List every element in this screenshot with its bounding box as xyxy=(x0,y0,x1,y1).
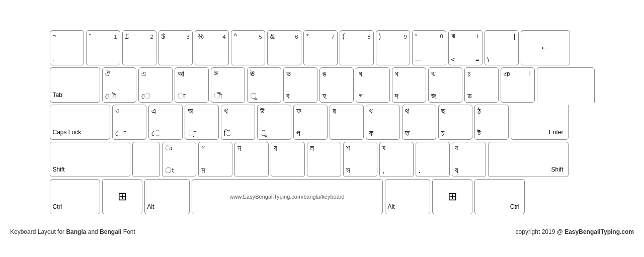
key-shift-right[interactable]: Shift xyxy=(488,142,569,177)
key-b[interactable]: ব xyxy=(271,142,305,177)
key-comma[interactable]: য , xyxy=(379,142,414,177)
key-semicolon[interactable]: ছ চ xyxy=(438,105,472,140)
key-slash[interactable]: য য xyxy=(452,142,486,177)
key-j[interactable]: র xyxy=(330,105,364,140)
win-right-icon: ⊞ xyxy=(448,190,457,203)
key-ctrl-right[interactable]: Ctrl xyxy=(474,179,525,214)
key-t[interactable]: ঊ ু xyxy=(247,67,281,103)
keyboard: ¬ · "1 £2 $3 %4 ^5 &6 *7 (8 )9 °0 xyxy=(40,20,605,224)
key-g[interactable]: উ ু xyxy=(257,105,291,140)
key-d[interactable]: অ া় xyxy=(185,105,219,140)
key-m[interactable]: শ স xyxy=(343,142,377,177)
key-k[interactable]: খ ক xyxy=(366,105,400,140)
alt-left-label: Alt xyxy=(147,203,187,212)
key-win-left[interactable]: ⊞ xyxy=(102,179,142,214)
key-v[interactable]: ন xyxy=(234,142,269,177)
key-ctrl-left[interactable]: Ctrl xyxy=(50,179,100,214)
key-shift-left[interactable]: Shift xyxy=(50,142,130,177)
key-tab[interactable]: Tab xyxy=(50,67,100,103)
key-4[interactable]: %4 xyxy=(195,30,229,65)
key-r[interactable]: ঈ ী xyxy=(211,67,245,103)
capslock-label: Caps Lock xyxy=(53,129,107,138)
key-s[interactable]: এ ে xyxy=(148,105,183,140)
key-backtick[interactable]: ¬ · xyxy=(50,30,84,65)
row-bottom: Ctrl ⊞ Alt www.EasyBengaliTyping.com/ban… xyxy=(50,179,595,214)
ctrl-left-label: Ctrl xyxy=(53,203,97,212)
key-space[interactable]: www.EasyBengaliTyping.com/bangla/keyboar… xyxy=(192,179,383,214)
key-equals[interactable]: | \ xyxy=(485,30,519,65)
key-u[interactable]: ঙ হ xyxy=(319,67,354,103)
backspace-icon: ← xyxy=(540,41,551,54)
footer-right: copyright 2019 @ EasyBengaliTyping.com xyxy=(516,228,634,235)
key-c[interactable]: ণ ম xyxy=(198,142,232,177)
key-x[interactable]: ঃ ং xyxy=(162,142,196,177)
key-6[interactable]: &6 xyxy=(267,30,301,65)
shift-left-label: Shift xyxy=(53,166,127,175)
key-f[interactable]: খ ি xyxy=(221,105,255,140)
key-1[interactable]: "1 xyxy=(86,30,120,65)
alt-right-label: Alt xyxy=(388,203,427,212)
key-3[interactable]: $3 xyxy=(158,30,193,65)
shift-right-label: Shift xyxy=(549,164,565,175)
key-0[interactable]: °0 — xyxy=(412,30,446,65)
key-8[interactable]: (8 xyxy=(340,30,374,65)
row-numbers: ¬ · "1 £2 $3 %4 ^5 &6 *7 (8 )9 °0 xyxy=(50,30,595,65)
key-bracket-r[interactable]: ঞ । xyxy=(501,67,535,103)
key-9[interactable]: )9 xyxy=(376,30,410,65)
row-qwerty: Tab ঐ ৌ এ ে আ া ঈ ী xyxy=(50,67,595,103)
key-2[interactable]: £2 xyxy=(122,30,156,65)
key-period[interactable]: . xyxy=(416,142,450,177)
tab-label: Tab xyxy=(53,92,97,101)
key-alt-left[interactable]: Alt xyxy=(144,179,190,214)
footer: Keyboard Layout for Bangla and Bengali F… xyxy=(0,226,644,237)
win-left-icon: ⊞ xyxy=(118,190,127,203)
key-h[interactable]: ফ প xyxy=(293,105,328,140)
row-shift: Shift ঃ ং ণ ম ন ব ল শ xyxy=(50,142,595,177)
key-l[interactable]: থ ত xyxy=(402,105,436,140)
key-p[interactable]: ঝ জ xyxy=(428,67,462,103)
key-a[interactable]: ও ো xyxy=(112,105,146,140)
key-win-right[interactable]: ⊞ xyxy=(432,179,472,214)
ctrl-right-label: Ctrl xyxy=(508,201,522,212)
key-q[interactable]: ঐ ৌ xyxy=(102,67,136,103)
key-quote[interactable]: ঠ ট xyxy=(474,105,509,140)
key-alt-right[interactable]: Alt xyxy=(385,179,430,214)
key-bracket-l[interactable]: ঢ ড xyxy=(464,67,499,103)
key-e[interactable]: আ া xyxy=(175,67,209,103)
row-asdf: Caps Lock ও ো এ ে অ া় খ ি xyxy=(50,105,595,140)
enter-label: Enter xyxy=(547,127,566,138)
space-url: www.EasyBengaliTyping.com/bangla/keyboar… xyxy=(229,194,344,200)
key-y[interactable]: ভ ব xyxy=(283,67,317,103)
key-backspace[interactable]: ← xyxy=(521,30,570,65)
key-enter-bottom[interactable]: Enter xyxy=(511,105,569,140)
key-5[interactable]: ^5 xyxy=(231,30,265,65)
key-minus[interactable]: ঋ + < = xyxy=(448,30,482,65)
key-i[interactable]: ঘ গ xyxy=(356,67,390,103)
key-o[interactable]: ধ দ xyxy=(392,67,426,103)
key-n[interactable]: ল xyxy=(307,142,341,177)
key-w[interactable]: এ ে xyxy=(138,67,173,103)
key-enter-top[interactable] xyxy=(537,67,595,103)
key-z[interactable] xyxy=(132,142,160,177)
key-7[interactable]: *7 xyxy=(303,30,338,65)
footer-left: Keyboard Layout for Bangla and Bengali F… xyxy=(10,228,135,235)
key-capslock[interactable]: Caps Lock xyxy=(50,105,110,140)
